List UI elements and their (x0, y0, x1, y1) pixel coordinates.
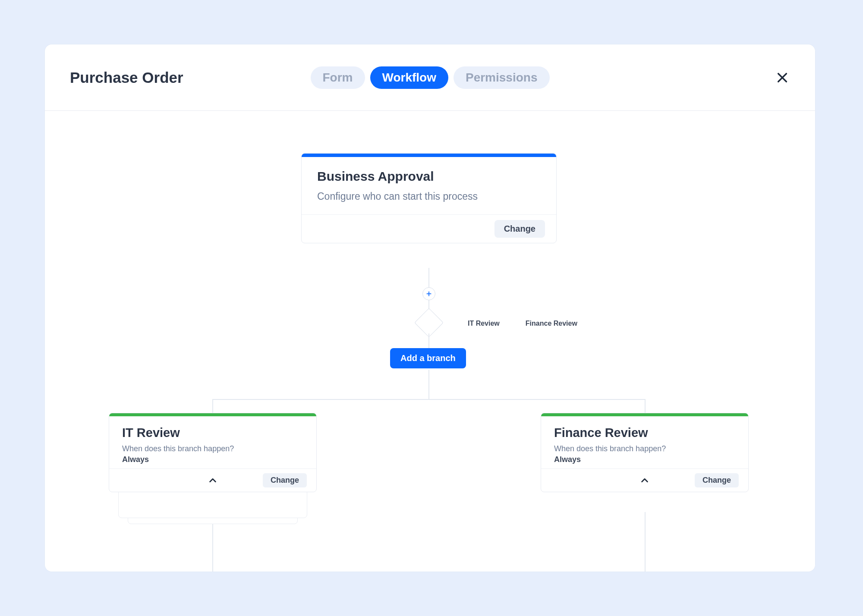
branch-hint-finance: Finance Review (526, 320, 577, 327)
connector-line (212, 399, 646, 400)
branch-hints: IT Review Finance Review (468, 320, 577, 327)
branch-node-title: IT Review (122, 426, 303, 440)
tab-form[interactable]: Form (310, 66, 365, 89)
connector-line (212, 524, 213, 572)
branch-node-accent (541, 413, 748, 416)
tab-group: Form Workflow Permissions (310, 66, 549, 89)
branch-node-it-stack: IT Review When does this branch happen? … (109, 413, 317, 525)
branch-node-footer: Change (109, 468, 316, 492)
chevron-up-icon (640, 476, 649, 485)
branch-node-body: Finance Review When does this branch hap… (541, 416, 748, 468)
add-branch-button[interactable]: Add a branch (390, 348, 466, 368)
branch-hint-it: IT Review (468, 320, 500, 327)
start-node-title: Business Approval (317, 169, 541, 184)
connector-line (428, 268, 429, 287)
branch-change-button[interactable]: Change (695, 473, 739, 487)
connector-line (428, 370, 429, 399)
collapse-toggle[interactable] (638, 474, 651, 487)
workflow-canvas[interactable]: Business Approval Configure who can star… (45, 111, 815, 572)
start-node-body: Business Approval Configure who can star… (302, 157, 556, 214)
branch-node-title: Finance Review (554, 426, 735, 440)
branch-condition-value: Always (554, 455, 735, 464)
start-node-subtitle: Configure who can start this process (317, 191, 541, 202)
decision-diamond[interactable] (414, 308, 444, 337)
connector-line (428, 333, 429, 348)
branch-node-finance[interactable]: Finance Review When does this branch hap… (541, 413, 749, 492)
add-step-button[interactable] (422, 287, 435, 300)
branch-condition-label: When does this branch happen? (122, 444, 303, 453)
chevron-up-icon (208, 476, 217, 485)
start-node-card[interactable]: Business Approval Configure who can star… (301, 153, 557, 243)
tab-workflow[interactable]: Workflow (370, 66, 448, 89)
branch-node-accent (109, 413, 316, 416)
branch-node-body: IT Review When does this branch happen? … (109, 416, 316, 468)
plus-icon (426, 291, 432, 297)
branch-node-footer: Change (541, 468, 748, 492)
editor-panel: Purchase Order Form Workflow Permissions… (45, 44, 815, 572)
collapse-toggle[interactable] (206, 474, 219, 487)
start-node-change-button[interactable]: Change (494, 220, 545, 238)
connector-line (645, 512, 646, 572)
editor-header: Purchase Order Form Workflow Permissions (45, 44, 815, 111)
branch-change-button[interactable]: Change (263, 473, 307, 487)
branch-condition-label: When does this branch happen? (554, 444, 735, 453)
start-node-accent (302, 154, 556, 157)
tab-permissions[interactable]: Permissions (454, 66, 550, 89)
branch-node-it[interactable]: IT Review When does this branch happen? … (109, 413, 317, 492)
page-title: Purchase Order (70, 69, 183, 86)
start-node-footer: Change (302, 214, 556, 243)
close-button[interactable] (774, 69, 791, 86)
close-icon (776, 72, 788, 84)
branch-condition-value: Always (122, 455, 303, 464)
